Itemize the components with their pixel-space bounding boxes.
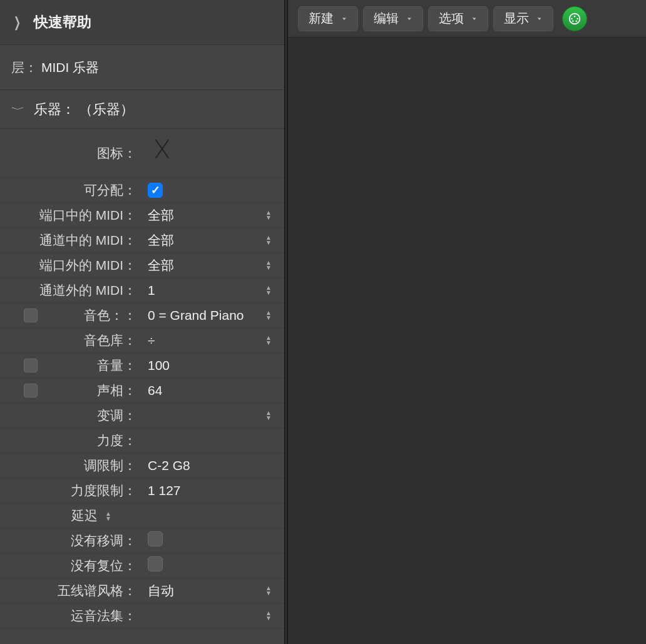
velocity-label: 力度：	[0, 432, 140, 449]
midi-in-channel-value: 全部	[140, 232, 268, 249]
pan-value: 64	[140, 383, 268, 398]
program-enable-checkbox[interactable]	[24, 309, 38, 322]
row-bank[interactable]: 音色库： ÷	[0, 328, 284, 353]
row-no-transpose: 没有移调：	[0, 528, 284, 553]
stepper-icon[interactable]	[265, 260, 272, 270]
stepper-icon[interactable]	[265, 285, 272, 295]
program-value: 0 = Grand Piano	[140, 308, 268, 323]
stepper-icon[interactable]	[265, 611, 272, 621]
stepper-icon[interactable]	[265, 411, 272, 421]
svg-point-5	[575, 20, 577, 22]
stepper-icon[interactable]	[265, 210, 272, 220]
volume-value: 100	[140, 358, 268, 373]
chevron-down-icon: ▼	[471, 16, 478, 21]
stepper-icon[interactable]	[265, 586, 272, 596]
new-menu[interactable]: 新建 ▼	[298, 6, 358, 31]
row-volume[interactable]: 音量： 100	[0, 353, 284, 378]
row-delay[interactable]: 延迟	[0, 503, 284, 528]
key-limit-value: C-2 G8	[140, 458, 268, 473]
stepper-icon[interactable]	[105, 511, 111, 521]
svg-point-1	[571, 18, 573, 19]
row-midi-in-port[interactable]: 端口中的 MIDI： 全部	[0, 203, 284, 228]
no-transpose-checkbox[interactable]	[148, 531, 163, 546]
midi-in-port-value: 全部	[140, 207, 268, 224]
stepper-icon[interactable]	[265, 235, 272, 245]
pan-label: 声相：	[0, 382, 140, 399]
layer-row[interactable]: 层： MIDI 乐器	[0, 45, 284, 90]
icon-label: 图标：	[0, 145, 140, 162]
volume-enable-checkbox[interactable]	[24, 359, 38, 372]
instrument-section-value: （乐器）	[79, 101, 134, 117]
vel-limit-label: 力度限制：	[0, 482, 140, 499]
chevron-down-icon: ▼	[341, 16, 347, 21]
no-reset-checkbox[interactable]	[148, 556, 163, 571]
chevron-down-icon: ▼	[536, 16, 543, 21]
staff-style-label: 五线谱风格：	[0, 582, 140, 600]
row-key-limit[interactable]: 调限制： C-2 G8	[0, 453, 284, 478]
row-vel-limit[interactable]: 力度限制： 1 127	[0, 478, 284, 503]
transpose-label: 变调：	[0, 407, 140, 424]
row-transpose[interactable]: 变调：	[0, 403, 284, 428]
svg-point-2	[573, 16, 575, 18]
layer-label: 层：	[11, 59, 38, 76]
volume-label: 音量：	[0, 357, 140, 374]
assignable-label: 可分配：	[0, 181, 140, 199]
articulation-label: 运音法集：	[0, 607, 140, 625]
inspector-rows: 图标： 可分配： 端口中的 MIDI： 全部 通道中的 MIDI： 全部	[0, 129, 284, 628]
key-limit-label: 调限制：	[0, 457, 140, 474]
midi-out-port-value: 全部	[140, 257, 268, 274]
edit-menu[interactable]: 编辑 ▼	[363, 6, 423, 31]
row-staff-style[interactable]: 五线谱风格： 自动	[0, 578, 284, 603]
row-assignable: 可分配：	[0, 178, 284, 203]
chevron-down-icon: ﹀	[11, 104, 25, 115]
no-transpose-label: 没有移调：	[0, 532, 140, 549]
staff-style-value: 自动	[140, 582, 268, 600]
chevron-right-icon: ❯	[14, 14, 22, 31]
midi-tool-button[interactable]	[562, 6, 587, 31]
midi-in-port-label: 端口中的 MIDI：	[0, 207, 140, 224]
options-menu[interactable]: 选项 ▼	[428, 6, 488, 31]
midi-in-channel-label: 通道中的 MIDI：	[0, 232, 140, 249]
midi-plug-icon	[568, 12, 582, 26]
bank-value: ÷	[140, 333, 268, 348]
no-reset-label: 没有复位：	[0, 557, 140, 575]
bank-label: 音色库：	[0, 332, 140, 349]
row-no-reset: 没有复位：	[0, 553, 284, 578]
row-articulation-set[interactable]: 运音法集：	[0, 603, 284, 628]
row-velocity[interactable]: 力度：	[0, 428, 284, 453]
toolbar: 新建 ▼ 编辑 ▼ 选项 ▼ 显示 ▼	[288, 0, 646, 38]
midi-out-channel-value: 1	[140, 283, 268, 298]
row-midi-out-port[interactable]: 端口外的 MIDI： 全部	[0, 253, 284, 278]
svg-point-4	[572, 20, 574, 22]
chevron-down-icon: ▼	[406, 16, 413, 21]
layer-value: MIDI 乐器	[41, 59, 99, 76]
delay-label: 延迟	[0, 507, 115, 524]
environment-pane: 新建 ▼ 编辑 ▼ 选项 ▼ 显示 ▼	[288, 0, 646, 644]
row-midi-out-channel[interactable]: 通道外的 MIDI： 1	[0, 278, 284, 303]
row-program[interactable]: 音色：： 0 = Grand Piano	[0, 303, 284, 328]
quick-help-header[interactable]: ❯ 快速帮助	[0, 0, 284, 45]
instrument-section-label: 乐器：	[34, 101, 75, 117]
view-menu[interactable]: 显示 ▼	[493, 6, 553, 31]
quick-help-title: 快速帮助	[34, 13, 91, 32]
vel-limit-value: 1 127	[140, 483, 268, 498]
row-midi-in-channel[interactable]: 通道中的 MIDI： 全部	[0, 228, 284, 253]
midi-out-port-label: 端口外的 MIDI：	[0, 257, 140, 274]
assignable-checkbox[interactable]	[148, 183, 163, 198]
pan-enable-checkbox[interactable]	[24, 384, 38, 397]
instrument-section-header[interactable]: ﹀ 乐器： （乐器）	[0, 90, 284, 129]
svg-point-3	[577, 18, 578, 19]
environment-canvas[interactable]: （乐器）	[288, 38, 646, 644]
program-label: 音色：：	[0, 307, 140, 324]
stepper-icon[interactable]	[265, 310, 272, 320]
row-icon[interactable]: 图标：	[0, 129, 284, 178]
row-pan[interactable]: 声相： 64	[0, 378, 284, 403]
inspector-sidebar: ❯ 快速帮助 层： MIDI 乐器 ﹀ 乐器： （乐器） 图标： 可分配	[0, 0, 284, 644]
stepper-icon[interactable]	[265, 335, 272, 345]
midi-out-channel-label: 通道外的 MIDI：	[0, 282, 140, 299]
